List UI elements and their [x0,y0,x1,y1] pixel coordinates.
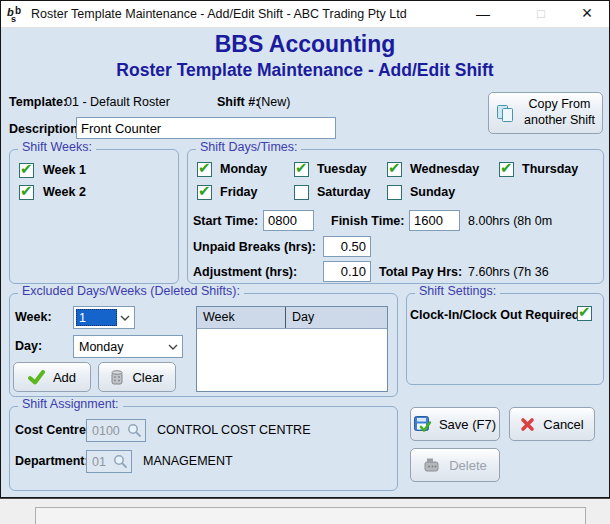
template-value: 01 - Default Roster [65,95,170,109]
tuesday-label: Tuesday [317,162,367,176]
thursday-label: Thursday [522,162,578,176]
finish-time-label: Finish Time: [331,214,404,228]
background-window-strip [0,498,610,524]
shift-days-times-title: Shift Days/Times: [196,140,301,154]
magnifier-icon[interactable] [127,423,142,438]
total-pay-label: Total Pay Hrs: [379,265,462,279]
total-pay-value: 7.60hrs (7h 36 [468,265,549,279]
copy-icon [496,103,516,123]
wednesday-label: Wednesday [410,162,479,176]
chevron-down-icon [120,315,130,321]
save-button-label: Save (F7) [439,417,496,432]
maximize-button[interactable]: □ [527,3,555,24]
column-header-day[interactable]: Day [292,310,314,324]
clear-button-label: Clear [132,370,163,385]
cost-centre-lookup[interactable]: 0100 [86,419,146,442]
excluded-day-label: Day: [15,339,42,353]
friday-label: Friday [220,185,258,199]
week1-checkbox[interactable] [19,163,34,178]
cost-centre-name: CONTROL COST CENTRE [157,423,311,437]
cancel-button-label: Cancel [543,417,583,432]
dialog-window: b b s Roster Template Maintenance - Add/… [0,0,610,498]
clock-required-label: Clock-In/Clock Out Required: [410,308,584,322]
sunday-checkbox[interactable] [387,185,402,200]
window-title: Roster Template Maintenance - Add/Edit S… [31,7,407,21]
chevron-down-icon [168,344,178,350]
copy-button-label: Copy From another Shift [524,97,595,128]
shift-settings-group [406,293,604,385]
cost-centre-code: 0100 [92,424,120,438]
page-title: Roster Template Maintenance - Add/Edit S… [1,60,609,81]
saturday-checkbox[interactable] [294,185,309,200]
excluded-days-title: Excluded Days/Weeks (Deleted Shifts): [18,284,244,298]
excluded-week-select[interactable]: 1 [73,306,135,329]
excluded-shifts-table[interactable]: Week Day [196,306,388,392]
background-window-panel [35,507,586,524]
clear-button[interactable]: Clear [98,362,176,392]
week1-label: Week 1 [43,163,86,177]
cancel-x-icon [520,417,535,432]
add-button[interactable]: Add [13,362,91,392]
description-label: Description: [9,122,82,136]
excluded-day-value: Monday [79,340,123,354]
shift-number-label: Shift #: [217,95,259,109]
template-label: Template: [9,95,67,109]
department-name: MANAGEMENT [143,454,233,468]
department-lookup[interactable]: 01 [86,450,132,473]
excluded-table-header: Week Day [197,307,387,329]
monday-checkbox[interactable] [197,162,212,177]
excluded-week-label: Week: [15,310,52,324]
delete-icon [423,457,441,473]
eraser-icon [110,369,124,385]
excluded-day-select[interactable]: Monday [73,335,183,358]
tuesday-checkbox[interactable] [294,162,309,177]
sunday-label: Sunday [410,185,455,199]
column-header-week[interactable]: Week [203,310,235,324]
close-button[interactable]: × [573,3,601,24]
adjustment-input[interactable] [323,261,371,282]
unpaid-breaks-label: Unpaid Breaks (hrs): [193,240,316,254]
description-input[interactable] [76,117,336,139]
delete-button-label: Delete [449,458,487,473]
save-icon [414,416,431,433]
magnifier-icon[interactable] [113,454,128,469]
shift-weeks-title: Shift Weeks: [18,140,96,154]
shift-weeks-group [9,149,179,284]
copy-from-another-shift-button[interactable]: Copy From another Shift [488,92,603,134]
app-logo-icon[interactable]: b b s [7,5,25,23]
svg-text:s: s [11,14,16,23]
cancel-button[interactable]: Cancel [509,407,595,441]
week2-checkbox[interactable] [19,185,34,200]
delete-button[interactable]: Delete [410,448,500,482]
wednesday-checkbox[interactable] [387,162,402,177]
department-label: Department: [15,454,89,468]
unpaid-breaks-input[interactable] [323,236,371,257]
app-title: BBS Accounting [1,31,609,58]
start-time-input[interactable] [263,210,314,231]
check-icon [28,370,45,385]
start-time-label: Start Time: [193,214,258,228]
title-bar: b b s Roster Template Maintenance - Add/… [1,1,609,28]
shift-assignment-title: Shift Assignment: [18,397,123,411]
shift-number-value: (New) [257,95,290,109]
adjustment-label: Adjustment (hrs): [193,265,297,279]
add-button-label: Add [53,370,76,385]
save-button[interactable]: Save (F7) [410,407,500,441]
shift-settings-title: Shift Settings: [415,284,500,298]
week2-label: Week 2 [43,185,86,199]
cost-centre-label: Cost Centre: [15,423,90,437]
saturday-label: Saturday [317,185,371,199]
shift-duration-text: 8.00hrs (8h 0m [468,214,552,228]
thursday-checkbox[interactable] [499,162,514,177]
minimize-button[interactable]: — [469,3,497,24]
excluded-week-value: 1 [76,309,117,326]
shift-assignment-group [9,406,398,491]
column-divider [285,307,286,328]
friday-checkbox[interactable] [197,185,212,200]
finish-time-input[interactable] [409,210,460,231]
department-code: 01 [92,455,106,469]
clock-required-checkbox[interactable] [577,306,592,321]
monday-label: Monday [220,162,267,176]
